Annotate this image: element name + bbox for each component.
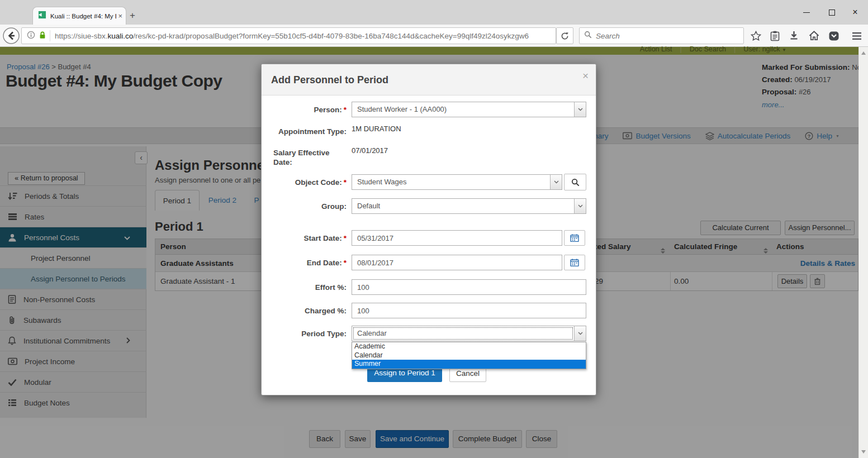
search-icon <box>584 31 592 41</box>
charged-label: Charged %: <box>271 306 347 316</box>
calendar-icon <box>570 259 579 266</box>
end-date-input[interactable] <box>352 255 562 270</box>
scroll-down-icon[interactable] <box>861 450 866 454</box>
window-maximize-button[interactable] <box>823 6 840 19</box>
appointment-type-label: Appointment Type: <box>271 127 347 136</box>
effort-label: Effort %: <box>271 283 347 292</box>
reload-button[interactable] <box>556 27 573 44</box>
url-bar[interactable]: https://siue-sbx.kuali.co/res/kc-pd-krad… <box>21 27 556 44</box>
salary-effective-date-label: Salary Effective Date: <box>273 148 349 167</box>
browser-titlebar: Kuali :: Budget #4: My Budge × + × <box>0 0 868 25</box>
url-text: https://siue-sbx.kuali.co/res/kc-pd-krad… <box>55 32 529 40</box>
end-date-label: End Date:* <box>271 258 347 268</box>
end-date-calendar-button[interactable] <box>564 255 585 270</box>
browser-tab[interactable]: Kuali :: Budget #4: My Budge × <box>32 7 126 25</box>
group-label: Group: <box>271 202 347 211</box>
new-tab-button[interactable]: + <box>130 10 135 21</box>
kuali-favicon-icon <box>38 11 46 21</box>
person-select[interactable]: Student Worker - 1 (AA000) <box>352 102 586 117</box>
search-icon <box>571 178 580 187</box>
home-icon[interactable] <box>807 30 820 42</box>
window-minimize-button[interactable] <box>798 6 815 19</box>
period-type-label: Period Type: <box>271 329 347 338</box>
chevron-down-icon <box>574 326 586 341</box>
modal-close-icon[interactable]: × <box>582 70 589 82</box>
option-academic[interactable]: Academic <box>352 342 586 351</box>
start-date-label: Start Date:* <box>271 233 347 243</box>
page-scrollbar[interactable] <box>858 47 868 458</box>
urlbar-divider <box>50 30 50 41</box>
bookmark-star-icon[interactable] <box>749 30 762 42</box>
option-summer[interactable]: Summer <box>352 360 586 369</box>
search-input[interactable] <box>596 32 730 40</box>
period-type-options: Academic Calendar Summer <box>352 342 586 369</box>
tab-title: Kuali :: Budget #4: My Budge <box>50 13 116 20</box>
add-personnel-modal: Add Personnel to Period × Person:* Stude… <box>261 64 596 395</box>
modal-header: Add Personnel to Period × <box>262 64 596 96</box>
bookmarks-clipboard-icon[interactable] <box>768 30 781 42</box>
object-code-lookup-button[interactable] <box>564 174 586 190</box>
period-type-select[interactable]: Calendar <box>352 326 586 341</box>
start-date-input[interactable] <box>352 230 562 246</box>
object-code-label: Object Code:* <box>271 178 347 187</box>
window-close-button[interactable]: × <box>847 6 864 19</box>
effort-input[interactable] <box>352 279 586 295</box>
search-bar[interactable] <box>579 27 744 44</box>
calendar-icon <box>570 234 579 242</box>
option-calendar[interactable]: Calendar <box>352 351 586 360</box>
chevron-down-icon <box>574 199 586 213</box>
tab-close-icon[interactable]: × <box>118 12 122 20</box>
modal-title: Add Personnel to Period <box>271 74 388 86</box>
chevron-down-icon <box>550 175 562 189</box>
scroll-up-icon[interactable] <box>861 51 866 55</box>
object-code-select[interactable]: Student Wages <box>352 174 562 190</box>
back-button[interactable] <box>2 27 20 45</box>
person-label: Person:* <box>271 105 347 115</box>
pocket-icon[interactable] <box>827 30 841 42</box>
lock-icon[interactable] <box>39 31 46 41</box>
downloads-icon[interactable] <box>787 30 800 42</box>
group-select[interactable]: Default <box>352 198 586 214</box>
menu-hamburger-icon[interactable] <box>850 30 864 42</box>
page-info-icon[interactable] <box>27 31 35 41</box>
chevron-down-icon <box>574 102 586 117</box>
appointment-type-value: 1M DURATION <box>352 125 401 133</box>
screen: Kuali :: Budget #4: My Budge × + × https… <box>0 0 868 458</box>
charged-input[interactable] <box>352 303 586 318</box>
salary-effective-date-value: 07/01/2017 <box>352 146 388 155</box>
start-date-calendar-button[interactable] <box>564 230 585 246</box>
